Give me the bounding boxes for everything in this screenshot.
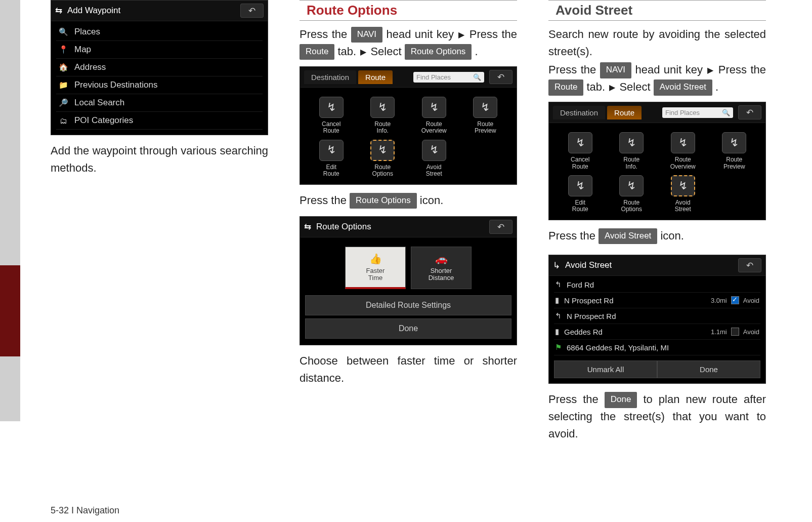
avoid-street-row[interactable]: ↰N Prospect Rd [554,308,760,324]
route-grid-cell[interactable]: ↯RouteOptions [359,140,407,177]
shorter-distance-tile[interactable]: 🚗 Shorter Distance [411,247,472,289]
back-button[interactable]: ↶ [489,70,512,84]
route-key: Route [300,44,334,60]
route-cell-icon: ↯ [370,97,395,118]
col3-para1: Search new route by avoiding the selecte… [548,26,766,60]
text: Select [367,45,404,58]
route-cell-icon: ↯ [568,132,592,153]
col1-caption: Add the waypoint through various search­… [51,142,268,177]
route-grid-cell[interactable]: ↯RoutePreview [461,97,510,134]
text: icon. [657,229,684,242]
route-grid-cell[interactable]: ↯RoutePreview [710,132,759,170]
avoid-street-row[interactable]: ▮Geddes Rd1.1miAvoid [554,324,760,340]
route-cell-icon: ↯ [370,140,395,161]
back-button[interactable]: ↶ [489,220,512,234]
back-button[interactable]: ↶ [738,258,761,272]
waypoint-menu-label: Map [74,45,91,55]
text: Press the [465,28,517,41]
avoid-street-row[interactable]: ⚑6864 Geddes Rd, Ypsilanti, MI [554,340,760,355]
route-options-key: Route Options [350,193,417,209]
route-cell-label: RouteOptions [372,164,393,177]
text: tab. [334,45,359,58]
avoid-checkbox[interactable] [731,296,739,304]
column-2: Route Options Press the NAVI head unit k… [300,0,517,443]
detailed-route-settings-button[interactable]: Detailed Route Settings [305,295,511,315]
search-icon: 🔍 [722,109,730,116]
route-options-icon: ⇆ [304,222,311,232]
route-grid-cell[interactable]: ↯RouteInfo. [359,97,407,134]
waypoint-menu-item[interactable]: 🔎Local Search [56,94,263,112]
column-3: Avoid Street Search new route by avoidin… [548,0,766,443]
route-grid-cell[interactable]: ↯RouteOverview [410,97,458,134]
waypoint-route-icon: ⇆ [55,6,62,16]
faster-time-label: Faster Time [366,267,385,282]
map-icon: 📍 [58,45,68,55]
street-name: N Prospect Rd [564,296,614,305]
waypoint-menu-item[interactable]: 🏠Address [56,59,263,76]
triangle-icon: ▶ [609,82,615,94]
route-cell-icon: ↯ [671,175,695,196]
route-cell-icon: ↯ [319,140,344,161]
find-places-placeholder: Find Places [416,73,451,81]
text: . [472,45,478,58]
route-grid-cell[interactable]: ↯CancelRoute [556,132,605,170]
tab-route[interactable]: Route [358,70,393,84]
route-grid-cell[interactable]: ↯AvoidStreet [410,140,458,177]
route-grid-cell[interactable]: ↯EditRoute [556,175,605,213]
col2-para1: Press the NAVI head unit key ▶ Press the… [300,26,517,60]
route-options-key: Route Options [405,44,472,60]
tab-route[interactable]: Route [607,106,642,119]
navi-key: NAVI [351,27,382,43]
done-button[interactable]: Done [657,360,760,378]
route-cell-label: CancelRoute [571,156,589,170]
route-cell-icon: ↯ [722,132,746,153]
page-footer: 5-32 I Navigation [51,505,119,516]
waypoint-menu-item[interactable]: 🗂POI Categories [56,112,263,130]
tab-destination[interactable]: Destination [304,70,356,84]
route-cell-label: RouteOverview [421,121,447,134]
col2-para2: Press the Route Options icon. [300,192,517,209]
back-arrow-small-icon: ↳ [553,260,560,271]
route-cell-icon: ↯ [619,175,644,196]
places-icon: 🔍 [58,27,68,37]
route-grid-cell[interactable]: ↯RouteInfo. [608,132,656,170]
route-grid-cell[interactable]: ↯CancelRoute [307,97,356,134]
avoid-label: Avoid [743,297,759,304]
find-places-input[interactable]: Find Places 🔍 [662,107,733,118]
route-grid-cell[interactable]: ↯RouteOverview [659,132,707,170]
back-button[interactable]: ↶ [738,105,761,119]
avoid-checkbox[interactable] [731,328,739,336]
route-options-dialog-title: Route Options [316,222,371,232]
route-cell-icon: ↯ [319,97,344,118]
waypoint-menu-item[interactable]: 📍Map [56,41,263,59]
route-menu-screen: Destination Route Find Places 🔍 ↶ ↯Cance… [300,66,517,185]
col2-caption2: Choose between faster time or shorter di… [300,352,517,387]
route-grid-cell[interactable]: ↯EditRoute [307,140,356,177]
route-cell-icon: ↯ [671,132,695,153]
route-grid-cell[interactable]: ↯AvoidStreet [659,175,707,213]
waypoint-menu-item[interactable]: 🔍Places [56,23,263,41]
done-button[interactable]: Done [305,318,511,339]
waypoint-menu-label: Local Search [74,98,124,108]
waypoint-menu-label: Address [74,62,106,72]
street-row-right: 1.1miAvoid [711,328,759,336]
route-cell-label: EditRoute [572,199,588,213]
tab-destination[interactable]: Destination [553,106,605,119]
find-places-input[interactable]: Find Places 🔍 [413,72,484,83]
waypoint-menu-item[interactable]: 📁Previous Destinations [56,76,263,94]
back-button[interactable]: ↶ [240,4,264,18]
route-menu-screen-avoid: Destination Route Find Places 🔍 ↶ ↯Cance… [548,102,766,220]
route-cell-label: CancelRoute [322,121,340,134]
faster-time-tile[interactable]: 👍 Faster Time [345,247,406,289]
page-margin-accent [0,265,20,356]
street-name: 6864 Geddes Rd, Ypsilanti, MI [567,343,669,352]
route-grid-cell[interactable]: ↯RouteOptions [608,175,656,213]
avoid-street-row[interactable]: ↰Ford Rd [554,277,760,293]
avoid-street-key: Avoid Street [654,79,712,95]
text: icon. [417,194,444,207]
route-icon-grid: ↯CancelRoute↯RouteInfo.↯RouteOverview↯Ro… [300,88,517,184]
unmark-all-button[interactable]: Unmark All [554,360,657,378]
navi-key: NAVI [600,62,631,78]
route-cell-icon: ↯ [619,132,644,153]
avoid-street-row[interactable]: ▮N Prospect Rd3.0miAvoid [554,293,760,308]
